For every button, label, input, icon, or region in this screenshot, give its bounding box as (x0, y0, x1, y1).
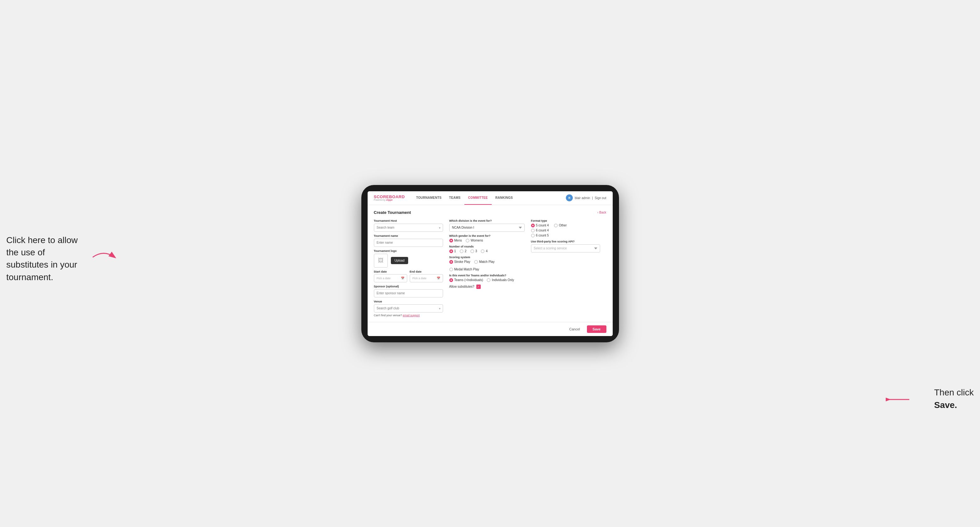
nav-tournaments[interactable]: TOURNAMENTS (412, 191, 445, 205)
annotation-right-line1: Then click (934, 387, 974, 397)
format-5count4[interactable]: 5 count 4 (531, 224, 549, 227)
host-dropdown-icon: ▾ (439, 226, 441, 229)
form-col-left: Tournament Host ▾ Tournament name Tourna… (374, 219, 443, 317)
gender-womens-radio[interactable] (466, 239, 469, 243)
form-grid: Tournament Host ▾ Tournament name Tourna… (374, 219, 606, 317)
arrow-left (91, 248, 116, 267)
page-header: Create Tournament ‹ Back (374, 210, 606, 215)
main-content: Create Tournament ‹ Back Tournament Host… (368, 205, 613, 322)
form-col-right: Format type 5 count 4 Other (531, 219, 600, 317)
allow-substitutes-row: Allow substitutes? ✓ (449, 284, 525, 289)
venue-help: Can't find your venue? email support (374, 314, 443, 317)
venue-label: Venue (374, 300, 443, 303)
start-date-input[interactable]: Pick a date 📅 (374, 274, 407, 283)
teams-group: Teams (+Individuals) Individuals Only (449, 278, 525, 282)
annotation-right-bold: Save. (934, 400, 957, 410)
save-button[interactable]: Save (587, 325, 606, 333)
tournament-name-label: Tournament name (374, 234, 443, 237)
scoring-service-select[interactable]: Select a scoring service (531, 244, 600, 252)
scoring-match[interactable]: Match Play (474, 260, 495, 264)
annotation-left-text: Click here to allow the use of substitut… (6, 234, 88, 283)
end-date-field: End date Pick a date 📅 (410, 270, 443, 283)
logo-area: SCOREBOARD Powered by clippd (374, 195, 405, 201)
nav-right: B blair admin | Sign out (566, 194, 606, 201)
format-6count4[interactable]: 6 count 4 (531, 229, 600, 232)
gender-label: Which gender is the event for? (449, 234, 525, 237)
teams-plus[interactable]: Teams (+Individuals) (449, 278, 483, 282)
gender-womens[interactable]: Womens (466, 239, 483, 243)
navbar: SCOREBOARD Powered by clippd TOURNAMENTS… (368, 191, 613, 205)
sponsor-input[interactable] (374, 289, 443, 297)
round-3[interactable]: 3 (470, 249, 477, 253)
round-2[interactable]: 2 (460, 249, 466, 253)
allow-substitutes-checkbox[interactable]: ✓ (476, 284, 481, 289)
format-other-radio[interactable] (554, 224, 558, 227)
format-6count5-radio[interactable] (531, 234, 535, 237)
format-row-2: 6 count 4 (531, 229, 600, 232)
scoring-medal-radio[interactable] (449, 268, 453, 271)
upload-button[interactable]: Upload (391, 257, 409, 264)
nav-teams[interactable]: TEAMS (445, 191, 465, 205)
back-link[interactable]: ‹ Back (597, 211, 606, 214)
rounds-label: Number of rounds (449, 245, 525, 248)
user-label: blair admin (575, 196, 590, 200)
round-2-radio[interactable] (460, 249, 463, 253)
format-group: 5 count 4 Other 6 count 4 (531, 224, 600, 237)
page-title: Create Tournament (374, 210, 411, 215)
format-other[interactable]: Other (554, 224, 567, 227)
form-footer: Cancel Save (368, 322, 613, 336)
individuals-only-radio[interactable] (487, 278, 490, 282)
scoring-medal[interactable]: Medal Match Play (449, 268, 479, 271)
end-date-label: End date (410, 270, 443, 273)
form-col-middle: Which division is the event for? NCAA Di… (449, 219, 525, 317)
round-1[interactable]: 1 (449, 249, 456, 253)
annotation-right-text: Then click Save. (934, 386, 974, 411)
rounds-group: 1 2 3 4 (449, 249, 525, 253)
tablet-screen: SCOREBOARD Powered by clippd TOURNAMENTS… (368, 191, 613, 336)
format-6count5[interactable]: 6 count 5 (531, 234, 600, 237)
gender-group: Mens Womens (449, 239, 525, 243)
round-1-radio[interactable] (449, 249, 453, 253)
format-5count4-radio[interactable] (531, 224, 535, 227)
tournament-name-input[interactable] (374, 239, 443, 247)
nav-committee[interactable]: COMMITTEE (465, 191, 492, 205)
individuals-only[interactable]: Individuals Only (487, 278, 514, 282)
tournament-host-input[interactable] (374, 224, 443, 232)
email-support-link[interactable]: email support (403, 314, 420, 317)
nav-links: TOURNAMENTS TEAMS COMMITTEE RANKINGS (412, 191, 566, 205)
format-type-label: Format type (531, 219, 600, 222)
sponsor-label: Sponsor (optional) (374, 285, 443, 288)
round-4[interactable]: 4 (481, 249, 488, 253)
cancel-button[interactable]: Cancel (566, 325, 584, 333)
gender-mens[interactable]: Mens (449, 239, 462, 243)
scoring-system-group: Stroke Play Match Play Medal Match Play (449, 260, 525, 271)
scoring-match-radio[interactable] (474, 260, 478, 264)
venue-input[interactable] (374, 304, 443, 313)
tournament-host-label: Tournament Host (374, 219, 443, 222)
format-6count4-radio[interactable] (531, 229, 535, 232)
round-3-radio[interactable] (470, 249, 474, 253)
venue-dropdown-icon: ▾ (439, 306, 441, 310)
signout-link[interactable]: Sign out (595, 196, 606, 200)
division-select[interactable]: NCAA Division I (449, 224, 525, 232)
date-row: Start date Pick a date 📅 End date Pick a… (374, 270, 443, 283)
teams-individuals-label: Is this event for Teams and/or Individua… (449, 274, 525, 277)
scoring-stroke[interactable]: Stroke Play (449, 260, 470, 264)
nav-rankings[interactable]: RANKINGS (492, 191, 517, 205)
end-date-input[interactable]: Pick a date 📅 (410, 274, 443, 283)
arrow-right (886, 393, 911, 406)
teams-plus-radio[interactable] (449, 278, 453, 282)
scoring-system-label: Scoring system (449, 256, 525, 259)
format-row-3: 6 count 5 (531, 234, 600, 237)
scoring-stroke-radio[interactable] (449, 260, 453, 264)
gender-mens-radio[interactable] (449, 239, 453, 243)
logo-upload-area: 🖼 Upload (374, 254, 443, 268)
avatar: B (566, 194, 573, 201)
logo-scoreboard: SCOREBOARD (374, 195, 405, 199)
scoring-api-label: Use third-party live scoring API? (531, 240, 600, 243)
round-4-radio[interactable] (481, 249, 485, 253)
tournament-logo-label: Tournament logo (374, 249, 443, 252)
logo-placeholder-icon: 🖼 (374, 254, 388, 268)
allow-substitutes-label: Allow substitutes? (449, 285, 474, 288)
start-date-label: Start date (374, 270, 407, 273)
